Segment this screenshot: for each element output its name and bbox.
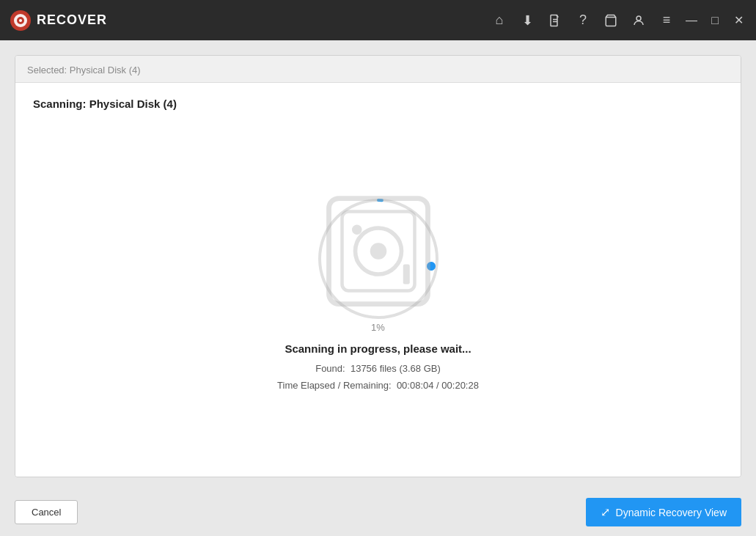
time-value: 00:08:04 / 00:20:28 — [397, 380, 479, 391]
status-found: Found: 13756 files (3.68 GB) — [277, 361, 479, 377]
circle-inner: 1% — [312, 186, 444, 333]
window-controls: — □ ✕ — [683, 12, 747, 29]
app-logo: RECOVER — [9, 9, 107, 32]
user-icon[interactable] — [630, 12, 647, 29]
status-main-text: Scanning in progress, please wait... — [277, 342, 479, 355]
download-icon[interactable]: ⬇ — [518, 12, 536, 29]
time-label: Time Elapsed / Remaining: — [277, 380, 392, 391]
footer: Cancel ⤢ Dynamic Recovery View — [0, 488, 756, 536]
svg-rect-17 — [403, 265, 409, 284]
file-icon[interactable] — [546, 12, 564, 29]
expand-icon: ⤢ — [601, 505, 610, 519]
close-button[interactable]: ✕ — [730, 12, 747, 29]
help-icon[interactable]: ? — [574, 12, 592, 29]
maximize-button[interactable]: □ — [706, 12, 724, 29]
svg-rect-4 — [551, 15, 557, 26]
card-body: Scanning: Physical Disk (4) — [15, 83, 741, 477]
title-bar: RECOVER ⌂ ⬇ ? ≡ — □ ✕ — [0, 0, 756, 40]
title-bar-actions: ⌂ ⬇ ? ≡ — [491, 12, 675, 29]
minimize-button[interactable]: — — [683, 12, 700, 29]
svg-point-15 — [370, 243, 386, 260]
dynamic-recovery-button[interactable]: ⤢ Dynamic Recovery View — [586, 498, 741, 526]
status-section: Scanning in progress, please wait... Fou… — [277, 342, 479, 393]
spinner-area: 1% Scanning in progress, please wait... … — [33, 125, 723, 462]
home-icon[interactable]: ⌂ — [491, 12, 508, 29]
scanning-title: Scanning: Physical Disk (4) — [33, 98, 723, 110]
card-header: Selected: Physical Disk (4) — [15, 56, 741, 83]
menu-icon[interactable]: ≡ — [658, 12, 675, 29]
main-content: Selected: Physical Disk (4) Scanning: Ph… — [0, 40, 756, 488]
svg-point-16 — [352, 225, 362, 235]
progress-percent: 1% — [371, 322, 385, 333]
cancel-button[interactable]: Cancel — [15, 500, 78, 524]
selected-disk-label: Selected: Physical Disk (4) — [27, 65, 141, 76]
cart-icon[interactable] — [602, 12, 620, 29]
found-label: Found: — [315, 363, 345, 374]
dynamic-recovery-label: Dynamic Recovery View — [616, 507, 727, 518]
progress-circle: 1% — [312, 193, 444, 325]
remo-logo-icon — [9, 9, 32, 32]
found-value: 13756 files (3.68 GB) — [351, 363, 441, 374]
status-time: Time Elapsed / Remaining: 00:08:04 / 00:… — [277, 378, 479, 394]
svg-point-8 — [636, 16, 641, 21]
scan-card: Selected: Physical Disk (4) Scanning: Ph… — [15, 55, 741, 477]
svg-point-3 — [19, 19, 22, 22]
app-name-label: RECOVER — [37, 12, 107, 28]
disk-icon — [312, 186, 444, 317]
